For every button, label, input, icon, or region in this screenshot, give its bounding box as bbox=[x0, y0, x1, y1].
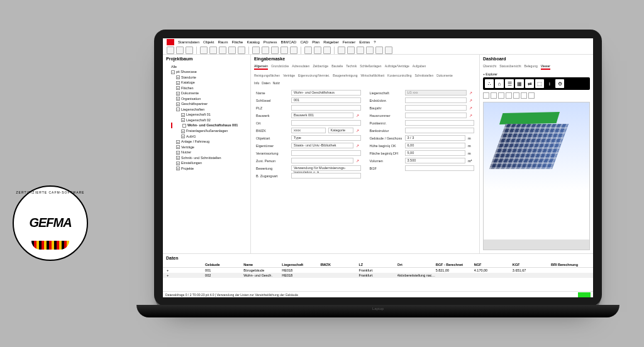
tab[interactable]: Wirtschaftlichkeit bbox=[361, 74, 385, 77]
tab[interactable]: Kostencontrolling bbox=[387, 74, 411, 77]
field-input[interactable]: 6,00 bbox=[405, 143, 466, 148]
field-input[interactable] bbox=[291, 120, 361, 126]
tree-item[interactable]: +Standorte bbox=[171, 75, 247, 80]
tab[interactable]: Verträge bbox=[283, 74, 295, 77]
menu-item[interactable]: ? bbox=[374, 40, 375, 44]
field-input[interactable]: 5,00 bbox=[405, 150, 466, 156]
expand-icon[interactable]: + bbox=[176, 167, 180, 170]
tree-item[interactable]: +Freianlagen/Außenanlagen bbox=[171, 128, 247, 134]
field-input[interactable]: Verwendung für Modernisierungs-\nsimulat… bbox=[291, 165, 361, 171]
toolbar-button[interactable] bbox=[219, 47, 226, 54]
toolbar-button[interactable] bbox=[338, 47, 345, 54]
menu-item[interactable]: Stammdaten bbox=[178, 40, 199, 44]
toolbar-button[interactable] bbox=[304, 47, 312, 54]
tree-item[interactable]: +Kataloge bbox=[171, 80, 247, 85]
viewer-hierarchy-icon[interactable]: ⛬ bbox=[485, 79, 494, 88]
field-input[interactable] bbox=[291, 173, 361, 179]
tab[interactable]: Reinigungsflächen bbox=[254, 74, 280, 77]
viewer-info-icon[interactable]: i bbox=[545, 79, 554, 88]
expand-icon[interactable]: + bbox=[176, 151, 180, 155]
toolbar-button[interactable] bbox=[323, 47, 331, 54]
viewer-list-icon[interactable]: ☰ bbox=[505, 79, 514, 88]
toolbar-button[interactable] bbox=[375, 47, 383, 54]
tab[interactable]: Bauteile bbox=[331, 64, 343, 70]
expand-icon[interactable]: + bbox=[176, 102, 180, 106]
viewer-tool[interactable] bbox=[513, 92, 519, 99]
tree-item[interactable]: +AufzG bbox=[171, 134, 247, 140]
expand-icon[interactable]: + bbox=[181, 113, 185, 117]
tab[interactable]: Statusübersicht bbox=[499, 64, 521, 70]
field-input[interactable] bbox=[291, 158, 353, 163]
viewer-box-icon[interactable]: ⬚ bbox=[535, 79, 544, 88]
expand-icon[interactable]: + bbox=[181, 118, 185, 122]
viewer-tool[interactable] bbox=[491, 92, 497, 99]
expand-icon[interactable]: + bbox=[176, 97, 180, 101]
toolbar-button[interactable] bbox=[366, 47, 374, 54]
expand-icon[interactable]: + bbox=[181, 135, 185, 138]
subtab[interactable]: Notiz bbox=[273, 81, 280, 85]
column-header[interactable]: Gebäude bbox=[205, 263, 243, 267]
expand-icon[interactable]: + bbox=[176, 140, 180, 144]
field-input[interactable] bbox=[291, 150, 361, 156]
viewer-settings-icon[interactable]: ⚙ bbox=[555, 79, 564, 88]
viewer-home-icon[interactable]: ⌂ bbox=[495, 79, 504, 88]
collapse-icon[interactable]: − bbox=[171, 70, 175, 74]
expand-icon[interactable]: + bbox=[176, 145, 180, 149]
tab[interactable]: Baugenehmigung bbox=[333, 74, 357, 77]
field-input[interactable]: 3 / 3 bbox=[405, 135, 466, 141]
menu-item[interactable]: Katalog bbox=[247, 40, 259, 44]
tab[interactable]: Schnittstellen bbox=[414, 74, 433, 77]
menu-item[interactable]: Raum bbox=[218, 40, 228, 44]
menu-item[interactable]: Objekt bbox=[203, 40, 214, 44]
subtab[interactable]: Daten bbox=[262, 81, 270, 85]
link-icon[interactable]: ↗ bbox=[356, 159, 361, 163]
toolbar-button[interactable] bbox=[290, 47, 297, 54]
toolbar-button[interactable] bbox=[176, 47, 184, 54]
expand-icon[interactable]: + bbox=[176, 162, 180, 165]
tree-item[interactable]: +Anlage / Fahrzeug bbox=[171, 139, 247, 145]
toolbar-button[interactable] bbox=[238, 47, 245, 54]
tab[interactable]: Eigennutzung/Vermiet. bbox=[298, 74, 330, 77]
toolbar-button[interactable] bbox=[357, 47, 364, 54]
link-icon[interactable]: ↗ bbox=[356, 144, 361, 148]
expand-icon[interactable]: + bbox=[181, 129, 185, 133]
viewer-tool[interactable] bbox=[498, 92, 504, 99]
toolbar-button[interactable] bbox=[314, 47, 321, 54]
tree-item[interactable]: +Geschäftspartner bbox=[171, 101, 247, 107]
expand-icon[interactable]: + bbox=[176, 92, 180, 96]
toolbar-button[interactable] bbox=[385, 47, 392, 54]
table-row[interactable]: +002Wohn- und Gesch.HE018FrankfurtAktivb… bbox=[163, 273, 593, 278]
tree-item[interactable]: +Organisation bbox=[171, 96, 247, 102]
menu-item[interactable]: Prozess bbox=[264, 40, 277, 44]
tree-item[interactable]: −pit Showcase bbox=[171, 69, 247, 75]
tree-item[interactable]: Wohn- und Geschäftshaus 001 bbox=[171, 123, 247, 128]
field-input[interactable]: 3.500 bbox=[405, 158, 466, 163]
tab[interactable]: Grundstücke bbox=[271, 64, 289, 70]
field-input[interactable] bbox=[405, 105, 467, 111]
link-icon[interactable]: ↗ bbox=[469, 114, 474, 118]
menu-item[interactable]: Extras bbox=[359, 40, 370, 44]
tree-item[interactable]: +Liegenschaft 01 bbox=[171, 112, 247, 118]
toolbar-button[interactable] bbox=[271, 47, 279, 54]
tree-item[interactable]: +Flächen bbox=[171, 85, 247, 91]
field-input[interactable]: 001 bbox=[291, 97, 361, 103]
column-header[interactable]: BGF - Berechnet bbox=[436, 263, 474, 267]
menu-item[interactable]: Fenster bbox=[343, 40, 355, 44]
data-grid[interactable]: GebäudeNameLiegenschaftBWZKLZOrtBGF - Be… bbox=[163, 262, 593, 278]
link-icon[interactable]: ↗ bbox=[469, 99, 474, 102]
column-header[interactable]: Liegenschaft bbox=[282, 263, 320, 267]
column-header[interactable]: BRI Berechnung bbox=[551, 263, 589, 267]
project-tree[interactable]: Alle−pit Showcase+Standorte+Kataloge+Flä… bbox=[163, 63, 250, 253]
expand-icon[interactable]: + bbox=[176, 86, 180, 90]
field-input[interactable]: Staats- und Univ.-Bibliothek bbox=[291, 143, 353, 148]
column-header[interactable]: LZ bbox=[358, 263, 397, 267]
viewer-tool[interactable] bbox=[521, 92, 527, 99]
link-icon[interactable]: ↗ bbox=[356, 114, 361, 118]
viewer-tool[interactable] bbox=[528, 92, 535, 99]
tree-item[interactable]: +Projekte bbox=[171, 166, 247, 172]
viewer-grid-icon[interactable]: ▦ bbox=[515, 79, 524, 88]
tab[interactable]: Belegung bbox=[525, 64, 538, 70]
tree-item[interactable]: Alle bbox=[171, 64, 247, 69]
field-input[interactable] bbox=[405, 165, 475, 171]
field-extra[interactable]: Kategorie bbox=[328, 128, 353, 133]
